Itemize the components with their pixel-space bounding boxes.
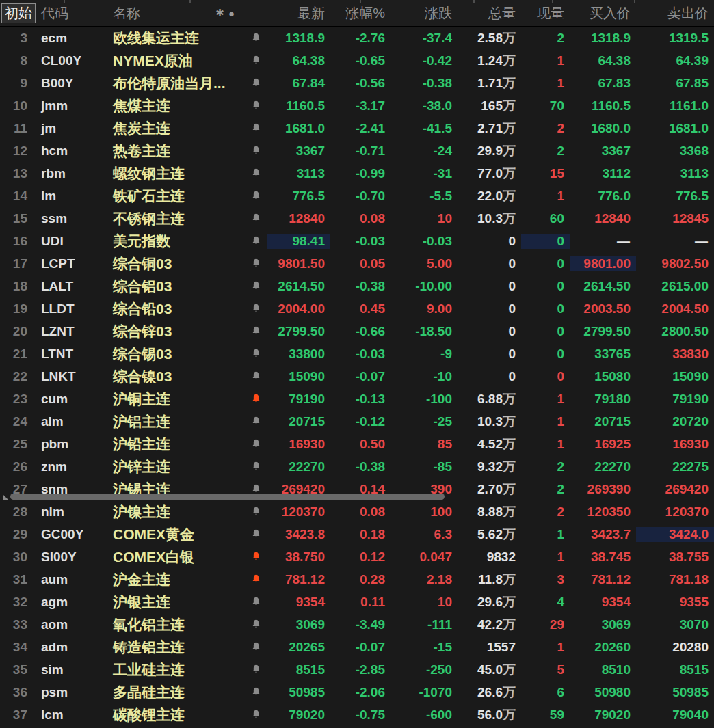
symbol-code[interactable]: ssm xyxy=(36,211,107,226)
asterisk-icon[interactable]: ✱ xyxy=(215,7,224,19)
symbol-code[interactable]: psm xyxy=(36,685,107,700)
symbol-name[interactable]: 综合铝03 xyxy=(107,277,244,296)
table-row[interactable]: 29GC00YCOMEX黄金3423.80.186.35.62万13423.73… xyxy=(0,523,714,545)
symbol-name[interactable]: 沪银主连 xyxy=(107,593,244,612)
table-row[interactable]: 18LALT综合铝032614.50-0.38-10.00002614.5026… xyxy=(0,275,714,297)
circle-icon[interactable]: ● xyxy=(228,8,235,19)
symbol-name[interactable]: 不锈钢主连 xyxy=(107,209,244,228)
alert-bell-cell[interactable] xyxy=(244,258,267,269)
symbol-name[interactable]: 铁矿石主连 xyxy=(107,187,244,206)
bell-icon[interactable] xyxy=(250,664,262,675)
col-header-code[interactable]: 代码 xyxy=(36,4,107,23)
symbol-name[interactable]: COMEX黄金 xyxy=(107,525,244,544)
alert-bell-cell[interactable] xyxy=(244,506,267,517)
alert-bell-cell[interactable] xyxy=(244,619,267,630)
table-row[interactable]: 20LZNT综合锌032799.50-0.66-18.50002799.5028… xyxy=(0,320,714,342)
bell-icon[interactable] xyxy=(250,190,262,202)
symbol-code[interactable]: UDI xyxy=(36,234,107,249)
bell-icon[interactable] xyxy=(250,416,262,427)
symbol-code[interactable]: agm xyxy=(36,595,107,610)
alert-bell-cell[interactable] xyxy=(244,325,267,337)
bell-icon[interactable] xyxy=(250,438,262,450)
symbol-name[interactable]: 综合铜03 xyxy=(107,254,244,273)
symbol-name[interactable]: 沪铅主连 xyxy=(107,435,244,454)
alert-bell-cell[interactable] xyxy=(244,551,267,563)
alert-bell-cell[interactable] xyxy=(244,303,267,314)
symbol-code[interactable]: aum xyxy=(36,572,107,587)
symbol-name[interactable]: 沪镍主连 xyxy=(107,502,244,522)
alert-bell-cell[interactable] xyxy=(244,664,267,675)
bell-icon[interactable] xyxy=(250,528,262,540)
bell-icon[interactable] xyxy=(250,619,262,630)
alert-bell-cell[interactable] xyxy=(244,77,267,89)
table-row[interactable]: 19LLDT综合铅032004.000.459.00002003.502004.… xyxy=(0,297,714,320)
bell-icon[interactable] xyxy=(250,348,262,360)
symbol-code[interactable]: LALT xyxy=(36,279,107,294)
table-row[interactable]: 12hcm热卷主连3367-0.71-2429.9万233673368 xyxy=(0,139,714,162)
bell-icon[interactable] xyxy=(250,145,262,157)
table-row[interactable]: 21LTNT综合锡0333800-0.03-9003376533830 xyxy=(0,342,714,365)
table-row[interactable]: 33aom氧化铝主连3069-3.49-11142.2万2930693070 xyxy=(0,613,714,636)
bell-icon[interactable] xyxy=(250,122,262,134)
symbol-code[interactable]: CL00Y xyxy=(36,53,107,68)
symbol-code[interactable]: SI00Y xyxy=(36,550,107,565)
alert-bell-cell[interactable] xyxy=(244,190,267,202)
scrollbar-resize-grip[interactable] xyxy=(3,495,8,500)
symbol-name[interactable]: 多晶硅主连 xyxy=(107,683,244,702)
symbol-name[interactable]: 焦煤主连 xyxy=(107,96,244,116)
bell-alert-active-icon[interactable] xyxy=(250,551,262,563)
table-row[interactable]: 32agm沪银主连93540.111029.6万493549355 xyxy=(0,591,714,613)
symbol-name[interactable]: 螺纹钢主连 xyxy=(107,164,244,183)
col-header-last[interactable]: 最新 xyxy=(267,4,330,23)
bell-icon[interactable] xyxy=(250,461,262,472)
symbol-name[interactable]: 综合镍03 xyxy=(107,367,244,386)
alert-bell-cell[interactable] xyxy=(244,596,267,608)
table-row[interactable]: 37lcm碳酸锂主连79020-0.75-60056.0万59790207904… xyxy=(0,703,714,726)
symbol-code[interactable]: LLDT xyxy=(36,301,107,316)
symbol-name[interactable]: 沪铝主连 xyxy=(107,412,244,431)
symbol-name[interactable]: 碳酸锂主连 xyxy=(107,705,244,725)
alert-bell-cell[interactable] xyxy=(244,709,267,720)
table-row[interactable]: 23cum沪铜主连79190-0.13-1006.88万17918079190 xyxy=(0,388,714,410)
bell-icon[interactable] xyxy=(250,303,262,314)
bell-icon[interactable] xyxy=(250,100,262,111)
symbol-name[interactable]: 布伦特原油当月... xyxy=(107,74,244,93)
alert-bell-cell[interactable] xyxy=(244,167,267,179)
symbol-name[interactable]: 工业硅主连 xyxy=(107,660,244,679)
bell-alert-active-icon[interactable] xyxy=(250,393,262,405)
symbol-code[interactable]: hcm xyxy=(36,144,107,159)
alert-bell-cell[interactable] xyxy=(244,348,267,360)
table-row[interactable]: 31aum沪金主连781.120.282.1811.8万3781.12781.1… xyxy=(0,568,714,591)
symbol-name[interactable]: 铸造铝主连 xyxy=(107,638,244,657)
symbol-code[interactable]: znm xyxy=(36,459,107,474)
table-row[interactable]: 15ssm不锈钢主连128400.081010.3万601284012845 xyxy=(0,207,714,230)
alert-bell-cell[interactable] xyxy=(244,438,267,450)
symbol-code[interactable]: lcm xyxy=(36,707,107,723)
table-row[interactable]: 24alm沪铝主连20715-0.12-2510.3万12071520720 xyxy=(0,410,714,433)
alert-bell-cell[interactable] xyxy=(244,213,267,224)
bell-icon[interactable] xyxy=(250,325,262,337)
symbol-name[interactable]: 沪锌主连 xyxy=(107,457,244,476)
col-header-cur[interactable]: 现量 xyxy=(521,4,570,23)
table-row[interactable]: 14im铁矿石主连776.5-0.70-5.522.0万1776.0776.5 xyxy=(0,185,714,207)
alert-bell-cell[interactable] xyxy=(244,370,267,382)
table-row[interactable]: 9B00Y布伦特原油当月...67.84-0.56-0.381.71万167.8… xyxy=(0,72,714,94)
symbol-code[interactable]: jm xyxy=(36,121,107,136)
symbol-code[interactable]: cum xyxy=(36,392,107,407)
table-row[interactable]: 30SI00YCOMEX白银38.7500.120.0479832138.745… xyxy=(0,545,714,568)
alert-bell-cell[interactable] xyxy=(244,641,267,653)
table-row[interactable]: 10jmm焦煤主连1160.5-3.17-38.0165万701160.5116… xyxy=(0,94,714,117)
table-row[interactable]: 28nim沪镍主连1203700.081008.88万2120350120370 xyxy=(0,500,714,523)
alert-bell-cell[interactable] xyxy=(244,686,267,698)
alert-bell-cell[interactable] xyxy=(244,280,267,292)
symbol-code[interactable]: LZNT xyxy=(36,324,107,339)
alert-bell-cell[interactable] xyxy=(244,528,267,540)
symbol-name[interactable]: 美元指数 xyxy=(107,232,244,251)
table-row[interactable]: 36psm多晶硅主连50985-2.06-107026.6万6509805098… xyxy=(0,681,714,703)
bell-icon[interactable] xyxy=(250,686,262,698)
symbol-name[interactable]: NYMEX原油 xyxy=(107,51,244,70)
symbol-name[interactable]: 综合铅03 xyxy=(107,299,244,319)
symbol-name[interactable]: 沪金主连 xyxy=(107,570,244,589)
bell-icon[interactable] xyxy=(250,32,262,44)
symbol-name[interactable]: 综合锌03 xyxy=(107,322,244,341)
